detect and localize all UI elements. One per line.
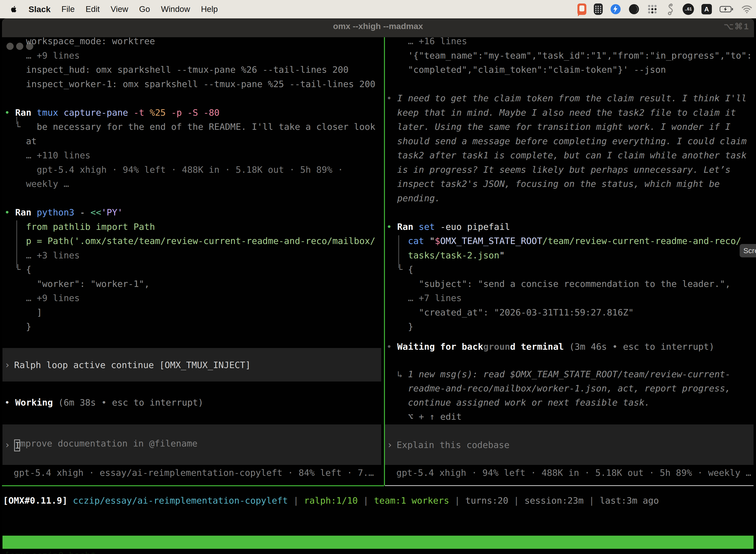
terminal-line: pending. xyxy=(386,191,440,206)
s-curve-app-icon[interactable] xyxy=(665,3,675,15)
text-segment: inspect task2's JSON, focusing on the st… xyxy=(386,179,720,189)
terminal-line: "created_at": "2026-03-31T11:59:27.816Z" xyxy=(386,305,634,320)
text-segment: 'PY' xyxy=(101,207,123,217)
text-segment: Waiting for back xyxy=(397,341,483,352)
blue-badge-icon[interactable] xyxy=(610,4,621,15)
text-segment: gpt-5.4 xhigh · 94% left · 488K in · 5.1… xyxy=(4,165,343,175)
battery-percent-circle-icon[interactable]: ..61 xyxy=(683,3,694,15)
text-segment: | xyxy=(358,495,374,506)
text-segment xyxy=(386,236,408,246)
text-segment: | xyxy=(288,495,304,506)
text-segment: be necessary for the end of the README. … xyxy=(20,122,375,132)
terminal-line: task2 after task1 is complete, but can I… xyxy=(386,148,747,163)
a-key-icon[interactable]: A xyxy=(701,4,712,14)
window-title: omx --xhigh --madmax xyxy=(0,21,756,31)
text-segment: -t xyxy=(133,107,149,118)
menu-file[interactable]: File xyxy=(62,4,75,14)
terminal-line: … +7 lines xyxy=(386,291,461,305)
terminal-line: at xyxy=(4,134,37,149)
text-segment: should send a message before completing … xyxy=(386,136,747,146)
text-segment: └ xyxy=(15,264,26,275)
apple-menu-icon[interactable] xyxy=(11,5,18,13)
text-segment: ] xyxy=(4,307,42,318)
text-segment: I need to get the claim token from the c… xyxy=(397,93,747,103)
text-segment: ⌥ + ↑ edit xyxy=(386,411,461,422)
battery-icon[interactable] xyxy=(719,5,734,13)
text-segment: continue assigned work or next feasible … xyxy=(386,397,650,407)
text-segment: … +9 lines xyxy=(4,50,80,61)
terminal-line: p = Path('.omx/state/team/review-current… xyxy=(4,234,376,248)
left-session-status: gpt-5.4 xhigh · essay/ai-reimplementatio… xyxy=(14,466,374,480)
text-segment: at xyxy=(4,136,37,146)
terminal-line: … +3 lines xyxy=(4,248,80,263)
text-segment: "subject": "send a concise recommendatio… xyxy=(386,279,731,289)
text-segment: pending. xyxy=(386,193,440,203)
text-segment: cat xyxy=(408,236,430,246)
text-segment: " xyxy=(499,250,505,260)
text-segment: … +16 lines xyxy=(386,36,467,46)
tmux-status-bar: [omx-cczip0:bash* "MacBook-Pro-44.local"… xyxy=(2,536,754,549)
terminal-line: • Waiting for background terminal (3m 46… xyxy=(386,340,714,354)
text-segment: Ran xyxy=(15,107,37,118)
text-segment: tasks/task-2.json xyxy=(408,250,499,260)
menu-window[interactable]: Window xyxy=(161,4,190,14)
terminal-line: ] xyxy=(4,305,42,320)
half-circle-app-icon[interactable] xyxy=(629,4,639,15)
wifi-icon[interactable] xyxy=(741,5,753,14)
shield-grid-icon[interactable] xyxy=(594,3,603,15)
menu-help[interactable]: Help xyxy=(201,4,218,14)
text-segment: … +110 lines xyxy=(4,150,90,160)
left-input-box[interactable]: › Improve documentation in @filename xyxy=(2,425,381,465)
terminal-line: is in progress? It seems likely but perh… xyxy=(386,163,731,177)
text-segment: "created_at": "2026-03-31T11:59:27.816Z" xyxy=(386,307,634,318)
tmux-session-label: [omx-cczip0:bash* xyxy=(4,549,96,554)
terminal-line: gpt-5.4 xhigh · 94% left · 488K in · 5.1… xyxy=(4,163,343,177)
text-segment: } xyxy=(386,321,413,332)
menu-view[interactable]: View xyxy=(111,4,128,14)
terminal-line: should send a message before completing … xyxy=(386,134,747,149)
text-segment: session:23m xyxy=(524,495,583,506)
menu-app-name[interactable]: Slack xyxy=(28,4,51,14)
menu-edit[interactable]: Edit xyxy=(85,4,100,14)
text-segment: is in progress? It seems likely but perh… xyxy=(386,165,731,175)
text-segment: └ xyxy=(397,264,408,275)
text-segment: (3m 46s • esc to interrupt) xyxy=(564,341,714,352)
terminal-line: tasks/task-2.json" xyxy=(386,248,505,263)
ralph-loop-panel: › Ralph loop active continue [OMX_TMUX_I… xyxy=(2,348,381,382)
menu-go[interactable]: Go xyxy=(139,4,150,14)
terminal-line: '{"team_name":"my-team","task_id":"1","f… xyxy=(386,48,752,63)
text-segment: | xyxy=(508,495,524,506)
text-segment: • xyxy=(386,341,397,352)
menu-bar: Slack File Edit View Go Window Help xyxy=(0,0,756,18)
terminal-line: inspect_worker-1: omx sparkshell --tmux-… xyxy=(4,77,376,91)
text-segment: ↳ xyxy=(397,369,408,379)
text-segment: [OMX#0.11.9] xyxy=(3,495,67,506)
text-segment: • xyxy=(4,207,15,217)
ralph-loop-text: Ralph loop active continue [OMX_TMUX_INJ… xyxy=(14,359,251,370)
terminal-line: } xyxy=(4,320,31,334)
omx-status-line: [OMX#0.11.9] cczip/essay/ai-reimplementa… xyxy=(3,493,659,508)
text-segment: • xyxy=(386,93,397,103)
text-segment: ralph:1/10 xyxy=(304,495,358,506)
text-segment: (6m 38s • esc to interrupt) xyxy=(53,397,203,407)
text-segment: " xyxy=(429,236,435,246)
text-segment: • xyxy=(386,222,397,232)
dots-grid-icon[interactable] xyxy=(647,4,658,15)
terminal-line: … +9 lines xyxy=(4,48,80,63)
text-segment: /team/review-current-readme-and-reco/ xyxy=(543,236,741,246)
text-segment xyxy=(386,369,397,379)
screen-record-indicator-icon[interactable] xyxy=(577,3,586,15)
terminal-line: from pathlib import Path xyxy=(4,220,155,234)
terminal-line: … +110 lines xyxy=(4,148,90,163)
terminal-line: keep that in mind. Maybe I also need the… xyxy=(386,106,736,120)
text-segment xyxy=(386,264,397,275)
terminal-line: continue assigned work or next feasible … xyxy=(386,395,650,410)
left-input-placeholder: Improve documentation in @filename xyxy=(14,438,197,451)
left-pane-border xyxy=(2,485,384,486)
text-segment: capture-pane xyxy=(63,107,133,118)
text-segment: workspace_mode: worktree xyxy=(4,36,155,46)
right-input-box[interactable]: › Explain this codebase xyxy=(385,425,754,465)
text-segment: { xyxy=(408,264,414,275)
text-segment: { xyxy=(26,264,32,275)
text-segment: weekly … xyxy=(4,179,69,189)
